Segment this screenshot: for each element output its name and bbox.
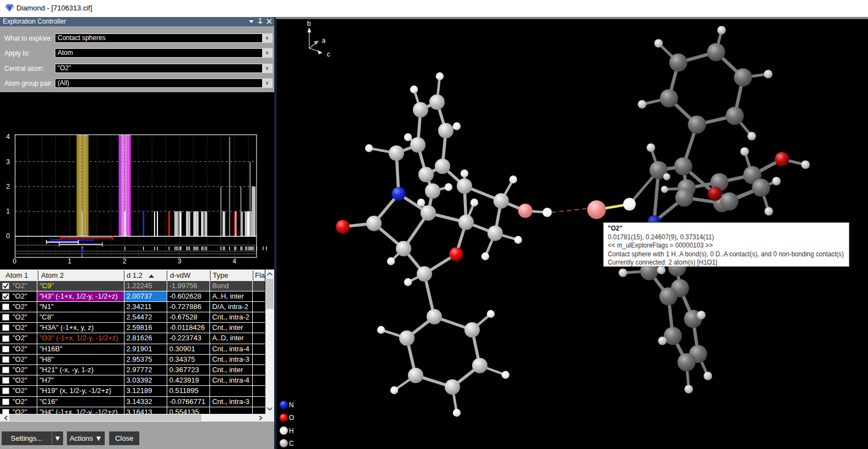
svg-text:1: 1: [67, 257, 71, 265]
svg-text:O: O: [289, 414, 294, 422]
svg-text:4: 4: [6, 133, 10, 141]
svg-text:C: C: [289, 440, 294, 447]
svg-text:3: 3: [178, 257, 181, 265]
svg-text:2: 2: [123, 257, 127, 265]
svg-text:c: c: [327, 50, 330, 58]
svg-text:H: H: [289, 427, 294, 435]
svg-text:b: b: [307, 20, 311, 27]
svg-text:4: 4: [232, 257, 236, 265]
svg-text:a: a: [322, 37, 326, 44]
svg-text:3: 3: [6, 158, 10, 166]
svg-text:0: 0: [6, 232, 10, 240]
svg-text:1: 1: [6, 207, 10, 215]
svg-text:2: 2: [6, 183, 10, 190]
svg-text:0: 0: [13, 257, 16, 265]
svg-text:N: N: [289, 401, 294, 409]
